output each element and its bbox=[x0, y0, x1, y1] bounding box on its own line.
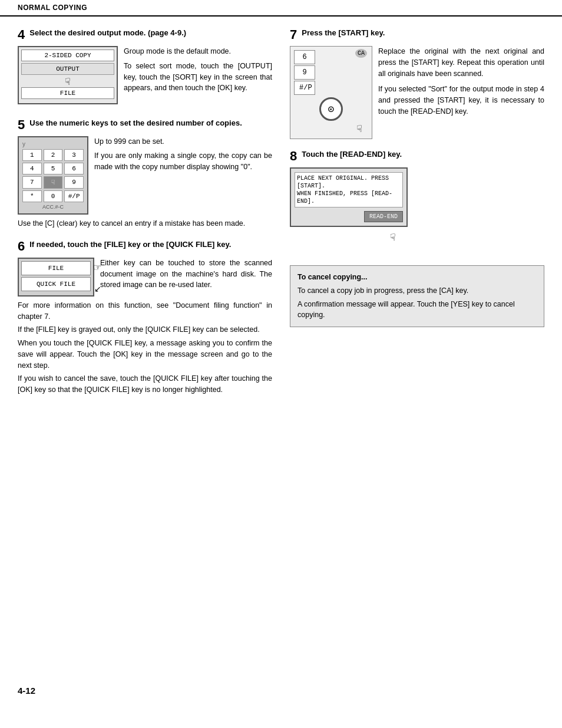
cancel-box-text1: To cancel a copy job in progress, press … bbox=[297, 285, 537, 297]
step6-text3: If the [FILE] key is grayed out, only th… bbox=[18, 324, 272, 335]
key-0[interactable]: 0 bbox=[44, 190, 63, 202]
step8-block: 8 Touch the [READ-END] key. PLACE NEXT O… bbox=[290, 150, 544, 255]
cancel-box-title: To cancel copying... bbox=[297, 272, 537, 283]
step4-title: Select the desired output mode. (page 4-… bbox=[29, 28, 186, 38]
key-4[interactable]: 4 bbox=[22, 163, 42, 174]
ca-badge: CA bbox=[355, 49, 367, 58]
step5-block: 5 Use the numeric keys to set the desire… bbox=[18, 118, 272, 229]
step4-text1: Group mode is the default mode. bbox=[124, 46, 272, 57]
step4-text2: To select sort mode, touch the [OUTPUT] … bbox=[124, 61, 272, 94]
sk-9: 9 bbox=[294, 65, 315, 80]
step6-title: If needed, touch the [FILE] key or the [… bbox=[29, 240, 231, 250]
step7-number: 7 bbox=[290, 28, 297, 41]
step4-screen: 2-SIDED COPY OUTPUT ☟ FILE bbox=[18, 46, 118, 104]
start-hand-icon: ☟ bbox=[294, 123, 368, 135]
hand-icon2: ↙ bbox=[94, 284, 101, 294]
step7-text2: If you selected "Sort" for the output mo… bbox=[378, 84, 544, 117]
step6-text4: When you touch the [QUICK FILE] key, a m… bbox=[18, 338, 272, 371]
step8-msg-line2: WHEN FINISHED, PRESS [READ-END]. bbox=[297, 190, 401, 205]
step4-screen-line3: FILE bbox=[21, 87, 114, 99]
key-7[interactable]: 7 bbox=[22, 176, 42, 189]
step6-file-keys: FILE QUICK FILE ☞ ↙ bbox=[18, 258, 94, 297]
key-star[interactable]: * bbox=[22, 190, 42, 202]
step6-text2: For more information on this function, s… bbox=[18, 300, 272, 322]
step5-keypad: y 1 2 3 4 5 6 7 ☟ 9 bbox=[18, 136, 88, 215]
key-hash[interactable]: #/P bbox=[64, 190, 84, 202]
step6-text5: If you wish to cancel the save, touch th… bbox=[18, 373, 272, 396]
sk-hash: #/P bbox=[294, 81, 315, 95]
step4-screen-line2: OUTPUT bbox=[21, 63, 114, 75]
step7-keypad: CA 6 9 #/P ⊙ ☟ bbox=[290, 46, 372, 139]
readend-button[interactable]: READ-END bbox=[364, 211, 403, 222]
key-8-hand[interactable]: ☟ bbox=[44, 176, 63, 189]
page-number: 4-12 bbox=[18, 686, 35, 696]
start-button[interactable]: ⊙ bbox=[319, 97, 343, 121]
sk-6: 6 bbox=[294, 50, 315, 64]
step6-block: 6 If needed, touch the [FILE] key or the… bbox=[18, 240, 272, 396]
step4-screen-line1: 2-SIDED COPY bbox=[21, 50, 114, 61]
key-2[interactable]: 2 bbox=[44, 149, 63, 161]
step6-number: 6 bbox=[18, 240, 25, 253]
step5-title: Use the numeric keys to set the desired … bbox=[29, 118, 242, 129]
page-header: NORMAL COPYING bbox=[0, 0, 562, 17]
step4-block: 4 Select the desired output mode. (page … bbox=[18, 28, 272, 108]
step6-text1: Either key can be touched to store the s… bbox=[100, 258, 272, 291]
quick-file-key[interactable]: QUICK FILE bbox=[21, 277, 91, 291]
step8-msg-line1: PLACE NEXT ORIGINAL. PRESS [START]. bbox=[297, 174, 401, 190]
step5-text2: If you are only making a single copy, th… bbox=[94, 150, 272, 173]
key-9[interactable]: 9 bbox=[64, 176, 84, 189]
step5-text1: Up to 999 can be set. bbox=[94, 136, 272, 147]
step8-number: 8 bbox=[290, 150, 297, 163]
step8-screen: PLACE NEXT ORIGINAL. PRESS [START]. WHEN… bbox=[290, 167, 408, 227]
cancel-box: To cancel copying... To cancel a copy jo… bbox=[290, 265, 544, 327]
step8-hand-icon: ☟ bbox=[290, 232, 408, 243]
hand-icon1: ☞ bbox=[93, 262, 101, 273]
step7-text1: Replace the original with the next origi… bbox=[378, 46, 544, 79]
step5-text3: Use the [C] (clear) key to cancel an ent… bbox=[18, 218, 272, 229]
step4-number: 4 bbox=[18, 28, 25, 41]
step7-block: 7 Press the [START] key. CA 6 bbox=[290, 28, 544, 139]
file-key[interactable]: FILE bbox=[21, 261, 91, 275]
step7-title: Press the [START] key. bbox=[302, 28, 385, 38]
cancel-box-text2: A confirmation message will appear. Touc… bbox=[297, 299, 537, 321]
key-1[interactable]: 1 bbox=[22, 149, 42, 161]
step8-title: Touch the [READ-END] key. bbox=[302, 150, 402, 160]
key-5[interactable]: 5 bbox=[44, 163, 63, 174]
key-6[interactable]: 6 bbox=[64, 163, 84, 174]
step5-number: 5 bbox=[18, 118, 25, 131]
header-title: NORMAL COPYING bbox=[18, 4, 87, 12]
key-3[interactable]: 3 bbox=[64, 149, 84, 161]
